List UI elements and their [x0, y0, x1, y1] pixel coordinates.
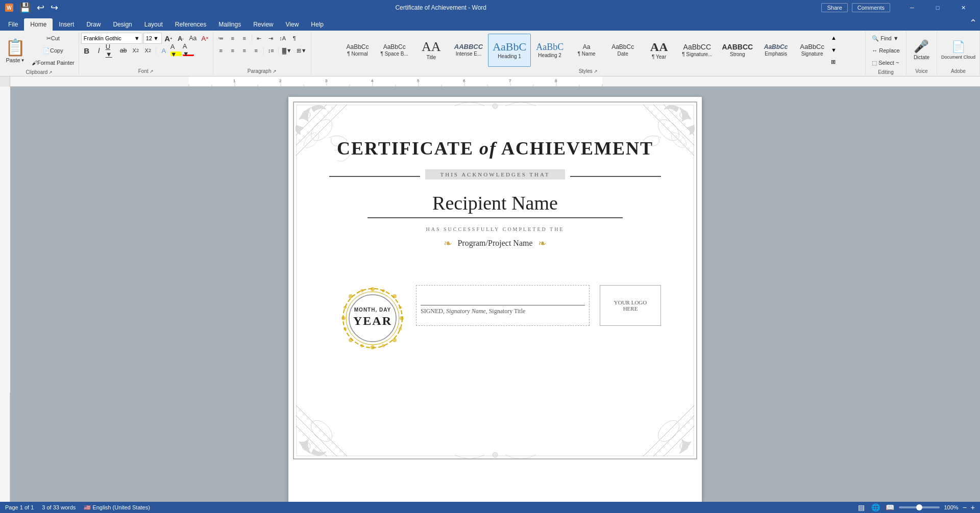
font-name-selector[interactable]: Franklin Gothic ▼ [81, 33, 142, 44]
cert-signatory-name: Signatory Name [445, 307, 486, 315]
read-mode-btn[interactable]: 📖 [885, 502, 895, 512]
main-area: CERTIFICATE of ACHIEVEMENT THIS ACKNOWLE… [0, 87, 980, 502]
highlight-btn[interactable]: A ▼ [170, 45, 182, 56]
style-title[interactable]: AA Title [413, 34, 449, 67]
web-view-btn[interactable]: 🌐 [870, 502, 880, 512]
align-left-btn[interactable]: ≡ [215, 45, 227, 56]
tab-review[interactable]: Review [247, 18, 279, 31]
style-strong[interactable]: AABBCC Strong [717, 34, 757, 67]
clipboard-expand-btn[interactable]: ↗ [48, 70, 53, 75]
align-right-btn[interactable]: ≡ [239, 45, 250, 56]
styles-expand-btn[interactable]: ↗ [594, 69, 598, 74]
bold-btn[interactable]: B [81, 45, 92, 56]
lang-indicator[interactable]: 🇺🇸 English (United States) [84, 504, 150, 511]
font-group: Franklin Gothic ▼ 12 ▼ A+ A- Aa A✕ B I U… [79, 32, 213, 75]
style-normal[interactable]: AaBbCc ¶ Normal [340, 34, 376, 67]
replace-btn[interactable]: ↔ Replace [869, 45, 902, 56]
svg-text:8: 8 [555, 79, 557, 83]
tab-home[interactable]: Home [24, 18, 53, 31]
select-btn[interactable]: ⬚ Select ~ [869, 57, 902, 68]
styles-more-btn[interactable]: ⊞ [831, 59, 837, 65]
styles-scroll-up[interactable]: ▲ [831, 35, 837, 41]
dictate-btn[interactable]: 🎤 Dictate [911, 35, 932, 65]
tab-file[interactable]: File [2, 18, 24, 31]
increase-indent-btn[interactable]: ⇥ [265, 33, 277, 44]
svg-text:6: 6 [463, 79, 465, 83]
tab-references[interactable]: References [169, 18, 212, 31]
zoom-out-btn[interactable]: − [963, 503, 967, 511]
adobe-btn[interactable]: 📄 Document Cloud [939, 35, 977, 65]
close-btn[interactable]: ✕ [951, 0, 975, 15]
borders-btn[interactable]: ⊞▼ [295, 45, 309, 56]
zoom-slider[interactable] [899, 506, 940, 508]
tab-view[interactable]: View [280, 18, 305, 31]
svg-text:4: 4 [371, 79, 374, 83]
italic-btn[interactable]: I [93, 45, 105, 56]
style-intense[interactable]: AABBCC Intense E... [450, 34, 487, 67]
justify-btn[interactable]: ≡ [251, 45, 262, 56]
font-size-selector[interactable]: 12 ▼ [143, 33, 162, 44]
share-btn[interactable]: Share [821, 3, 847, 12]
title-bar: W 💾 ↩ ↪ Certificate of Achievement - Wor… [0, 0, 980, 15]
tab-help[interactable]: Help [305, 18, 330, 31]
style-year[interactable]: AA ¶ Year [641, 34, 677, 67]
restore-btn[interactable]: □ [926, 0, 949, 15]
multilevel-btn[interactable]: ≡ [239, 33, 250, 44]
sort-btn[interactable]: ↕A [277, 33, 288, 44]
cut-btn[interactable]: ✂ Cut [30, 33, 77, 44]
vertical-ruler [0, 87, 10, 502]
style-heading2[interactable]: AaBbC Heading 2 [531, 34, 568, 67]
superscript-btn[interactable]: X2 [142, 45, 154, 56]
tab-design[interactable]: Design [107, 18, 138, 31]
find-btn[interactable]: 🔍 Find ▼ [869, 33, 901, 44]
style-normal-preview: AaBbCc [346, 44, 369, 50]
minimize-btn[interactable]: ─ [900, 0, 924, 15]
status-bar: Page 1 of 1 3 of 33 words 🇺🇸 English (Un… [0, 502, 980, 513]
tab-mailings[interactable]: Mailings [212, 18, 247, 31]
quick-save-btn[interactable]: 💾 [17, 2, 33, 13]
quick-redo-btn[interactable]: ↪ [48, 2, 60, 13]
document-area[interactable]: CERTIFICATE of ACHIEVEMENT THIS ACKNOWLE… [10, 87, 980, 502]
style-title-label: Title [427, 55, 436, 60]
text-effects-btn[interactable]: A [158, 45, 169, 56]
cert-sig-text: SIGNED, Signatory Name, Signatory Title [421, 307, 585, 315]
style-sig2[interactable]: AaBbCc Signature [794, 34, 830, 67]
paste-btn[interactable]: 📋 Paste ▼ [2, 33, 29, 64]
cert-title-part1: CERTIFICATE [337, 138, 479, 159]
numbering-btn[interactable]: ≡ [227, 33, 238, 44]
font-expand-btn[interactable]: ↗ [150, 69, 154, 74]
quick-undo-btn[interactable]: ↩ [35, 2, 46, 13]
strikethrough-btn[interactable]: ab [118, 45, 129, 56]
tab-layout[interactable]: Layout [138, 18, 169, 31]
style-name[interactable]: Aa ¶ Name [569, 34, 604, 67]
style-signature[interactable]: AaBbCC ¶ Signature... [677, 34, 717, 67]
tab-draw[interactable]: Draw [80, 18, 107, 31]
style-date[interactable]: AaBbCc Date [605, 34, 641, 67]
ribbon-collapse-btn[interactable]: ⌃ [966, 16, 980, 30]
style-year-label: ¶ Year [652, 54, 666, 60]
line-spacing-btn[interactable]: ↕≡ [265, 45, 277, 56]
subscript-btn[interactable]: X2 [130, 45, 141, 56]
zoom-in-btn[interactable]: + [971, 503, 975, 511]
clear-format-btn[interactable]: A✕ [200, 33, 211, 44]
styles-scroll-down[interactable]: ▼ [831, 47, 837, 53]
shading-btn[interactable]: ▓▼ [280, 45, 294, 56]
tab-insert[interactable]: Insert [53, 18, 80, 31]
comments-btn[interactable]: Comments [852, 3, 890, 12]
copy-btn[interactable]: 📄 Copy [30, 45, 77, 56]
underline-btn[interactable]: U ▼ [106, 45, 117, 56]
font-grow-btn[interactable]: A+ [163, 33, 174, 44]
paragraph-expand-btn[interactable]: ↗ [273, 69, 277, 74]
format-painter-btn[interactable]: 🖌 Format Painter [30, 57, 77, 68]
style-space[interactable]: AaBbCc ¶ Space B... [376, 34, 413, 67]
style-emphasis[interactable]: AaBbCc Emphasis [758, 34, 794, 67]
style-heading1[interactable]: AaBbC Heading 1 [488, 34, 531, 67]
ruler-corner[interactable] [0, 76, 10, 87]
align-center-btn[interactable]: ≡ [227, 45, 238, 56]
decrease-indent-btn[interactable]: ⇤ [254, 33, 265, 44]
print-layout-btn[interactable]: ▤ [856, 502, 866, 512]
bullets-btn[interactable]: ≔ [215, 33, 227, 44]
show-formatting-btn[interactable]: ¶ [289, 33, 300, 44]
font-color-btn[interactable]: A ▼ [183, 45, 194, 56]
cert-flourish-right: ❧ [538, 237, 547, 249]
